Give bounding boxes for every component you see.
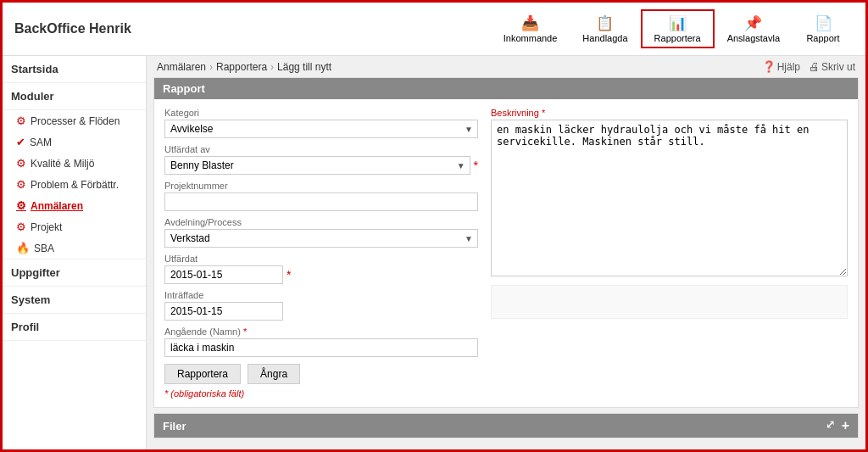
tab-rapport-label: Rapport bbox=[806, 33, 839, 43]
sidebar-section-profil[interactable]: Profil bbox=[3, 314, 146, 341]
breadcrumb: Anmälaren › Rapportera › Lägg till nytt … bbox=[147, 56, 865, 77]
utfardat-label: Utfärdat bbox=[164, 254, 478, 264]
angra-button[interactable]: Ångra bbox=[248, 364, 300, 384]
utfardat-av-select[interactable]: Benny Blaster bbox=[164, 156, 470, 175]
tab-handlagda[interactable]: 📋 Handlagda bbox=[570, 10, 640, 47]
files-add-icon[interactable]: + bbox=[842, 418, 849, 433]
help-link[interactable]: ❓ Hjälp bbox=[762, 60, 800, 73]
avdelning-group: Avdelning/Process Verkstad Kontor Lager … bbox=[164, 217, 478, 248]
sidebar-item-projekt[interactable]: ⚙ Projekt bbox=[3, 216, 146, 237]
sidebar-item-problem[interactable]: ⚙ Problem & Förbättr. bbox=[3, 174, 146, 195]
problem-icon: ⚙ bbox=[16, 178, 26, 191]
rapport-panel-header: Rapport bbox=[154, 78, 858, 99]
anmalaren-icon: ⚙ bbox=[16, 199, 26, 212]
sidebar-section-uppgifter[interactable]: Uppgifter bbox=[3, 259, 146, 287]
beskrivning-required: * bbox=[542, 108, 545, 118]
angaende-label: Angående (Namn) * bbox=[164, 326, 478, 337]
intraffade-input[interactable] bbox=[164, 302, 283, 321]
breadcrumb-current: Lägg till nytt bbox=[277, 61, 331, 73]
right-empty-area bbox=[491, 285, 848, 319]
avdelning-select[interactable]: Verkstad Kontor Lager Produktion bbox=[164, 229, 478, 248]
files-panel-header: Filer ⤢ + bbox=[154, 414, 858, 438]
tab-rapport[interactable]: 📄 Rapport bbox=[793, 10, 854, 47]
kategori-select[interactable]: Avvikelse Förbättringsförslag Olycka/Til… bbox=[164, 120, 478, 138]
tab-handlagda-label: Handlagda bbox=[582, 33, 627, 43]
app-title: BackOffice Henrik bbox=[14, 21, 131, 36]
tab-anslagstavla-label: Anslagstavla bbox=[727, 33, 780, 43]
avdelning-label: Avdelning/Process bbox=[164, 217, 478, 227]
sidebar-problem-label: Problem & Förbättr. bbox=[31, 179, 119, 191]
sidebar-section-startsida[interactable]: Startsida bbox=[3, 56, 146, 83]
nav-tabs: 📥 Inkommande 📋 Handlagda 📊 Rapportera 📌 … bbox=[491, 9, 854, 48]
processer-icon: ⚙ bbox=[16, 114, 26, 127]
rapportera-icon: 📊 bbox=[669, 14, 687, 32]
intraffade-label: Inträffade bbox=[164, 290, 478, 300]
utfardat-av-required: * bbox=[474, 159, 478, 171]
breadcrumb-anmalaren[interactable]: Anmälaren bbox=[157, 61, 206, 73]
projektnummer-label: Projektnummer bbox=[164, 181, 478, 191]
projektnummer-group: Projektnummer bbox=[164, 181, 478, 211]
breadcrumb-rapportera[interactable]: Rapportera bbox=[216, 61, 267, 73]
rapport-panel: Rapport Kategori Avvikelse Förbättringsf… bbox=[153, 77, 859, 408]
kategori-label: Kategori bbox=[164, 108, 478, 118]
rapportera-button[interactable]: Rapportera bbox=[164, 364, 241, 384]
sidebar-item-anmalaren[interactable]: ⚙ Anmälaren bbox=[3, 195, 146, 216]
files-panel: Filer ⤢ + bbox=[153, 413, 859, 438]
breadcrumb-sep2: › bbox=[270, 61, 274, 73]
sidebar-sba-label: SBA bbox=[34, 243, 54, 254]
sidebar-processer-label: Processer & Flöden bbox=[31, 115, 120, 127]
sidebar-item-processer[interactable]: ⚙ Processer & Flöden bbox=[3, 110, 146, 131]
kvalitet-icon: ⚙ bbox=[16, 157, 26, 170]
sidebar-section-moduler[interactable]: Moduler bbox=[3, 83, 146, 110]
utfardat-group: Utfärdat * bbox=[164, 254, 478, 284]
beskrivning-label: Beskrivning * bbox=[491, 108, 848, 118]
sidebar-item-sba[interactable]: 🔥 SBA bbox=[3, 237, 146, 259]
handlagda-icon: 📋 bbox=[596, 14, 614, 32]
required-note: * (obligatoriska fält) bbox=[164, 388, 478, 399]
beskrivning-textarea[interactable]: en maskin läcker hydraulolja och vi måst… bbox=[491, 120, 848, 276]
sidebar-projekt-label: Projekt bbox=[31, 221, 62, 233]
intraffade-group: Inträffade bbox=[164, 290, 478, 321]
print-icon: 🖨 bbox=[809, 60, 820, 73]
kategori-group: Kategori Avvikelse Förbättringsförslag O… bbox=[164, 108, 478, 138]
tab-anslagstavla[interactable]: 📌 Anslagstavla bbox=[715, 10, 793, 47]
tab-rapportera-label: Rapportera bbox=[654, 33, 701, 43]
sba-icon: 🔥 bbox=[16, 242, 30, 254]
inkommande-icon: 📥 bbox=[521, 14, 539, 32]
sidebar-item-kvalitet[interactable]: ⚙ Kvalité & Miljö bbox=[3, 153, 146, 174]
tab-inkommande[interactable]: 📥 Inkommande bbox=[491, 10, 570, 47]
rapport-icon: 📄 bbox=[815, 14, 832, 32]
sidebar-kvalitet-label: Kvalité & Miljö bbox=[31, 158, 94, 170]
sam-icon: ✔ bbox=[16, 136, 25, 148]
utfardat-av-label: Utfärdat av bbox=[164, 144, 478, 154]
anslagstavla-icon: 📌 bbox=[744, 14, 762, 32]
utfardat-av-group: Utfärdat av Benny Blaster ▼ * bbox=[164, 144, 478, 175]
content-area: Anmälaren › Rapportera › Lägg till nytt … bbox=[147, 56, 865, 452]
sidebar-sam-label: SAM bbox=[30, 137, 52, 148]
utfardat-input[interactable] bbox=[164, 265, 283, 284]
angaende-group: Angående (Namn) * bbox=[164, 326, 478, 357]
sidebar-section-system[interactable]: System bbox=[3, 287, 146, 314]
utfardat-required: * bbox=[287, 269, 291, 281]
help-icon: ❓ bbox=[762, 60, 776, 73]
angaende-required: * bbox=[243, 326, 247, 337]
form-actions: Rapportera Ångra bbox=[164, 364, 478, 384]
angaende-input[interactable] bbox=[164, 338, 478, 357]
projektnummer-input[interactable] bbox=[164, 193, 478, 211]
beskrivning-group: Beskrivning * en maskin läcker hydraulol… bbox=[491, 108, 848, 279]
print-link[interactable]: 🖨 Skriv ut bbox=[809, 60, 855, 73]
tab-rapportera[interactable]: 📊 Rapportera bbox=[641, 9, 715, 48]
tab-inkommande-label: Inkommande bbox=[504, 33, 558, 43]
breadcrumb-sep1: › bbox=[209, 61, 213, 73]
files-title: Filer bbox=[163, 420, 186, 432]
sidebar-item-sam[interactable]: ✔ SAM bbox=[3, 131, 146, 153]
projekt-icon: ⚙ bbox=[16, 220, 26, 233]
sidebar: Startsida Moduler ⚙ Processer & Flöden ✔… bbox=[3, 56, 147, 452]
sidebar-anmalaren-label: Anmälaren bbox=[31, 200, 83, 212]
files-expand-icon[interactable]: ⤢ bbox=[826, 418, 835, 433]
